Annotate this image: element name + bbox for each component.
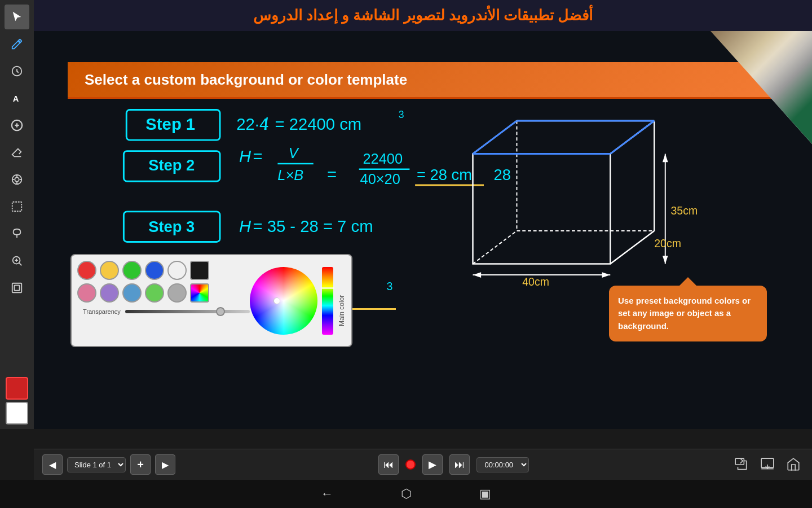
add-tool[interactable] (5, 113, 29, 138)
zoom-tool[interactable] (5, 248, 29, 273)
shape-tool[interactable] (5, 59, 29, 84)
color-swatches: Transparency (77, 261, 244, 340)
svg-point-6 (15, 177, 19, 181)
color-wheel-overlay (250, 267, 317, 335)
svg-line-58 (473, 121, 517, 154)
svg-text:L×B: L×B (277, 167, 303, 183)
svg-line-13 (19, 263, 21, 265)
record-indicator (405, 459, 416, 470)
svg-text:=: = (327, 165, 337, 183)
transparency-label: Transparency (83, 308, 121, 315)
svg-text:35cm: 35cm (670, 204, 698, 217)
select-tool[interactable] (5, 194, 29, 219)
color-wheel-container[interactable] (250, 267, 317, 335)
time-display[interactable]: 00:00:00 (476, 457, 529, 472)
pen-tool[interactable] (5, 32, 29, 56)
header-banner: Select a custom background or color temp… (68, 62, 812, 99)
svg-line-51 (610, 231, 654, 264)
transparency-control[interactable]: Transparency (83, 306, 250, 317)
svg-line-53 (473, 231, 517, 264)
swatch-lightblue[interactable] (122, 283, 142, 303)
svg-text:20cm: 20cm (654, 237, 681, 249)
main-area: أفضل تطبيقات الأندرويد لتصوير الشاشة و إ… (34, 0, 812, 429)
target-tool[interactable] (5, 167, 29, 192)
extra-controls (731, 454, 804, 475)
svg-text:Step 3: Step 3 (148, 218, 195, 235)
android-home-button[interactable]: ⬡ (401, 487, 412, 501)
swatch-row-2 (77, 283, 244, 303)
transparency-track[interactable] (125, 310, 250, 313)
blackboard: Select a custom background or color temp… (34, 31, 812, 429)
slide-controls: ◀ Slide 1 of 1 + ▶ (42, 454, 175, 475)
svg-text:Step 1: Step 1 (145, 115, 195, 133)
main-color-bar[interactable] (322, 267, 333, 335)
svg-text:22400: 22400 (363, 151, 403, 167)
svg-text:3: 3 (399, 109, 404, 120)
svg-text:A: A (13, 94, 19, 103)
svg-marker-62 (663, 256, 668, 264)
main-color-label: Main color (338, 275, 346, 326)
svg-text:H: H (239, 217, 251, 235)
android-nav-bar: ← ⬡ ▣ (0, 480, 812, 508)
export-button[interactable] (731, 454, 752, 475)
eraser-tool[interactable] (5, 140, 29, 165)
page-title: أفضل تطبيقات الأندرويد لتصوير الشاشة و إ… (253, 7, 593, 24)
cursor-tool[interactable] (5, 5, 29, 29)
android-back-button[interactable]: ← (321, 487, 333, 501)
slide-dropdown[interactable]: Slide 1 of 1 (67, 457, 126, 472)
svg-text:40×20: 40×20 (360, 171, 400, 187)
swatch-black[interactable] (190, 261, 209, 280)
download-button[interactable] (757, 454, 778, 475)
swatch-white[interactable] (167, 261, 187, 280)
left-toolbar: A (0, 0, 34, 429)
lasso-tool[interactable] (5, 221, 29, 246)
android-recents-button[interactable]: ▣ (479, 487, 491, 501)
add-slide-button[interactable]: + (130, 454, 151, 475)
color-wheel-area: Main color (250, 261, 346, 340)
svg-marker-67 (473, 272, 482, 278)
swatch-yellow[interactable] (100, 261, 119, 280)
bottom-controls: ◀ Slide 1 of 1 + ▶ ⏮ ▶ ⏭ 00:00:00 (34, 449, 812, 480)
play-button[interactable]: ▶ (422, 454, 443, 475)
frame-tool[interactable] (5, 275, 29, 300)
svg-line-59 (610, 121, 654, 154)
hint-text: Use preset background colors or set any … (618, 296, 751, 331)
color-swatch-red[interactable] (6, 377, 28, 400)
svg-text:H: H (239, 147, 251, 165)
svg-rect-11 (12, 202, 22, 212)
text-tool[interactable]: A (5, 86, 29, 111)
playback-controls: ⏮ ▶ ⏭ 00:00:00 (378, 454, 529, 475)
swatch-gray[interactable] (167, 283, 187, 303)
swatch-row-1 (77, 261, 244, 280)
svg-text:= 22400 cm: = 22400 cm (275, 115, 361, 133)
home-button[interactable] (783, 454, 804, 475)
swatch-red[interactable] (77, 261, 96, 280)
swatch-lightgreen[interactable] (145, 283, 164, 303)
svg-text:40cm: 40cm (522, 276, 549, 288)
banner-title: Select a custom background or color temp… (85, 71, 407, 89)
svg-text:=: = (253, 147, 262, 165)
svg-text:= 35 - 28 = 7 cm: = 35 - 28 = 7 cm (253, 217, 373, 235)
color-picker-panel[interactable]: Transparency Main color (70, 254, 352, 347)
svg-text:= 28 cm: = 28 cm (417, 166, 472, 183)
svg-rect-17 (14, 285, 19, 290)
rewind-button[interactable]: ⏮ (378, 454, 399, 475)
svg-marker-61 (663, 154, 668, 163)
page-curl (710, 31, 812, 144)
title-bar: أفضل تطبيقات الأندرويد لتصوير الشاشة و إ… (34, 0, 812, 31)
swatch-rainbow[interactable] (190, 283, 209, 303)
transparency-thumb[interactable] (216, 307, 225, 316)
hint-box: Use preset background colors or set any … (609, 286, 767, 342)
swatch-purple[interactable] (100, 283, 119, 303)
svg-text:28: 28 (494, 166, 511, 183)
swatch-pink[interactable] (77, 283, 96, 303)
swatch-green[interactable] (122, 261, 142, 280)
slide-selector-wrapper: Slide 1 of 1 (67, 457, 126, 472)
color-swatch-white[interactable] (6, 402, 28, 424)
prev-slide-button[interactable]: ◀ (42, 454, 63, 475)
next-slide-button[interactable]: ▶ (155, 454, 175, 475)
svg-text:3: 3 (386, 280, 392, 292)
swatch-blue[interactable] (145, 261, 164, 280)
svg-rect-16 (12, 283, 22, 293)
fast-forward-button[interactable]: ⏭ (449, 454, 470, 475)
